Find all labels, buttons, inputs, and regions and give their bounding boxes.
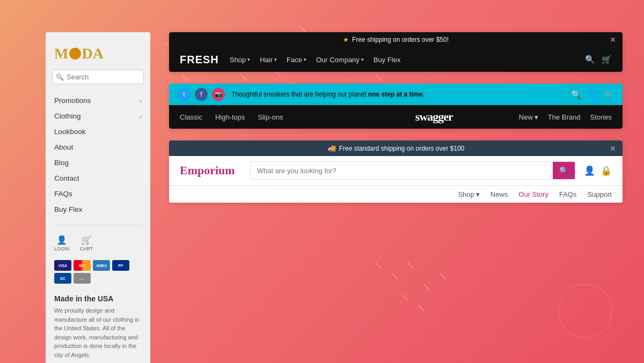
swagger-menu-right: New ▾ The Brand Stories — [519, 113, 612, 121]
emporium-banner-text: Free standard shipping on orders over $1… — [339, 145, 464, 152]
svg-line-25 — [440, 273, 445, 279]
sidebar-item-faqs[interactable]: FAQs — [46, 186, 150, 202]
diners-icon: DC — [54, 273, 71, 284]
logo-circle-icon — [69, 48, 81, 60]
fresh-menu-label: Buy Flex — [374, 56, 401, 64]
sidebar-actions: 👤 LOGIN 🛒 CART — [46, 231, 150, 256]
sidebar-item-label: About — [54, 143, 73, 151]
cart-button[interactable]: 🛒 CART — [80, 235, 93, 251]
user-icon: 👤 — [56, 235, 67, 245]
fresh-menu-ourcompany[interactable]: Our Company ▾ — [316, 56, 364, 64]
sidebar-search: 🔍 — [52, 70, 144, 84]
sidebar-item-contact[interactable]: Contact — [46, 171, 150, 186]
emporium-menu-support[interactable]: Support — [587, 190, 612, 198]
svg-line-27 — [419, 306, 424, 311]
swagger-menu-classic[interactable]: Classic — [180, 113, 202, 121]
cart-label: CART — [80, 246, 93, 251]
fresh-close-button[interactable]: ✕ — [610, 35, 616, 44]
chevron-down-icon: ▾ — [304, 57, 306, 62]
made-in-usa-section: Made in the USA We proudly design and ma… — [46, 288, 150, 361]
emporium-menu-news[interactable]: News — [491, 190, 508, 198]
instagram-icon[interactable]: 📷 — [212, 88, 225, 101]
sidebar-item-buyflex[interactable]: Buy Flex — [46, 202, 150, 217]
sidebar-item-label: Clothing — [54, 112, 81, 120]
sidebar-item-about[interactable]: About — [46, 139, 150, 155]
star-icon: ★ — [343, 36, 349, 43]
made-in-usa-text: We proudly design and manufacture all of… — [54, 306, 142, 359]
svg-point-29 — [558, 284, 612, 338]
search-icon[interactable]: 🔍 — [585, 55, 595, 64]
user-icon[interactable]: 👤 — [584, 165, 595, 176]
sidebar-item-lookbook[interactable]: Lookbook — [46, 124, 150, 139]
sidebar-item-blog[interactable]: Blog — [46, 155, 150, 171]
logo-prefix: M — [54, 45, 69, 62]
emporium-menu-shop[interactable]: Shop ▾ — [458, 190, 479, 198]
svg-line-26 — [402, 295, 408, 300]
emporium-search-input[interactable] — [251, 163, 553, 179]
emporium-menu-faqs[interactable]: FAQs — [559, 190, 577, 198]
mastercard-icon: MC — [74, 260, 91, 271]
login-button[interactable]: 👤 LOGIN — [54, 235, 69, 251]
login-label: LOGIN — [54, 246, 69, 251]
search-input[interactable] — [52, 70, 144, 84]
chevron-down-icon: ▾ — [274, 57, 277, 62]
emporium-panel: 🚚 Free standard shipping on orders over … — [169, 140, 623, 203]
swagger-menu-slipons[interactable]: Slip-ons — [258, 113, 283, 121]
amex-icon: AMEX — [93, 260, 110, 271]
truck-icon: 🚚 — [327, 144, 336, 152]
sidebar-item-label: Blog — [54, 159, 69, 167]
fresh-menu-right: 🔍 🛒 — [585, 55, 612, 64]
chevron-down-icon: ▾ — [476, 190, 480, 198]
emporium-search-button[interactable]: 🔍 — [553, 162, 575, 179]
swagger-menu-stories[interactable]: Stories — [590, 113, 612, 121]
search-icon[interactable]: 🔍 — [571, 90, 582, 100]
tagline-normal-text: Thoughtful sneakers that are helping our… — [231, 91, 368, 98]
fresh-menu-hair[interactable]: Hair ▾ — [260, 56, 277, 64]
visa-icon: VISA — [54, 260, 71, 271]
swagger-menu-new[interactable]: New ▾ — [519, 113, 538, 121]
swagger-logo: swagger — [349, 110, 519, 124]
fresh-panel: ★ Free shipping on orders over $50! ✕ FR… — [169, 32, 623, 72]
cart-icon[interactable]: 🛒 — [602, 55, 612, 64]
swagger-nav-icons: 🔍 🌐 🛒 — [571, 90, 614, 100]
swagger-menu-left: Classic High-tops Slip-ons — [180, 113, 349, 121]
sidebar-item-promotions[interactable]: Promotions › — [46, 93, 150, 108]
facebook-icon[interactable]: f — [195, 88, 208, 101]
globe-icon[interactable]: 🌐 — [587, 90, 598, 100]
chevron-right-icon: › — [140, 113, 142, 120]
fresh-menu-shop[interactable]: Shop ▾ — [230, 56, 250, 64]
lock-icon[interactable]: 🔒 — [601, 165, 612, 176]
sidebar-item-label: Lookbook — [54, 128, 86, 136]
cart-icon: 🛒 — [81, 235, 92, 245]
other-payment-icon: — — [74, 273, 91, 284]
swagger-social-links: t f 📷 — [178, 88, 225, 101]
emporium-menu-ourstory[interactable]: Our Story — [518, 190, 548, 198]
fresh-menu-buyflex[interactable]: Buy Flex — [374, 56, 401, 64]
made-in-usa-title: Made in the USA — [54, 294, 142, 303]
emporium-banner: 🚚 Free standard shipping on orders over … — [169, 140, 623, 156]
swagger-banner: t f 📷 Thoughtful sneakers that are helpi… — [169, 84, 623, 105]
swagger-panel: t f 📷 Thoughtful sneakers that are helpi… — [169, 84, 623, 129]
sidebar-item-label: Buy Flex — [54, 205, 83, 213]
sidebar-item-label: Contact — [54, 174, 79, 182]
sidebar-item-clothing[interactable]: Clothing › — [46, 108, 150, 124]
sidebar-item-label: Promotions — [54, 97, 91, 105]
emporium-search: 🔍 — [250, 161, 575, 180]
emporium-close-button[interactable]: ✕ — [610, 144, 616, 153]
swagger-menu-hightops[interactable]: High-tops — [215, 113, 245, 121]
fresh-menu-label: Our Company — [316, 56, 360, 64]
chevron-right-icon: › — [140, 98, 142, 104]
swagger-menu-thebrand[interactable]: The Brand — [548, 113, 581, 121]
tagline-bold-text: one step at a time. — [368, 91, 425, 98]
fresh-banner: ★ Free shipping on orders over $50! ✕ — [169, 32, 623, 47]
sidebar-navigation: Promotions › Clothing › Lookbook About B… — [46, 91, 150, 219]
svg-line-22 — [392, 273, 397, 279]
cart-icon[interactable]: 🛒 — [603, 90, 614, 100]
twitter-icon[interactable]: t — [178, 88, 191, 101]
fresh-menu-face[interactable]: Face ▾ — [287, 56, 306, 64]
svg-line-7 — [301, 27, 306, 32]
swagger-tagline: Thoughtful sneakers that are helping our… — [231, 91, 425, 98]
emporium-nav-icons: 👤 🔒 — [584, 165, 612, 176]
sidebar-logo: M DA — [46, 41, 150, 70]
swagger-navbar: Classic High-tops Slip-ons swagger New ▾… — [169, 105, 623, 129]
